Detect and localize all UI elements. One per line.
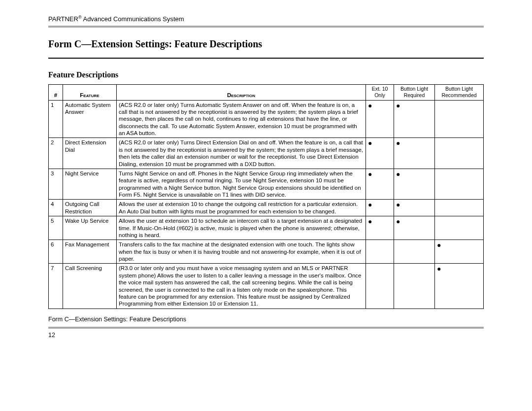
cell-num: 7 <box>49 264 63 308</box>
cell-feature: Outgoing Call Restriction <box>63 200 117 216</box>
cell-ext10: ● <box>366 216 394 240</box>
col-blrec: Button Light Recommended <box>435 85 484 100</box>
table-row: 5Wake Up ServiceAllows the user at exten… <box>49 216 484 240</box>
cell-description: Turns Night Service on and off. Phones i… <box>117 169 366 200</box>
col-blreq: Button Light Required <box>394 85 435 100</box>
cell-feature: Wake Up Service <box>63 216 117 240</box>
page-number: 12 <box>48 332 484 339</box>
cell-blrec: ● <box>435 264 484 308</box>
cell-ext10: ● <box>366 100 394 138</box>
cell-feature: Call Screening <box>63 264 117 308</box>
table-row: 4Outgoing Call RestrictionAllows the use… <box>49 200 484 216</box>
col-feature: Feature <box>63 85 117 100</box>
cell-description: (ACS R2.0 or later only) Turns Direct Ex… <box>117 138 366 169</box>
table-row: 7Call Screening(R3.0 or later only and y… <box>49 264 484 308</box>
section-heading: Feature Descriptions <box>48 70 484 79</box>
table-header-row: # Feature Description Ext. 10 Only Butto… <box>49 85 484 100</box>
cell-num: 1 <box>49 100 63 138</box>
cell-description: Allows the user at extension 10 to sched… <box>117 216 366 240</box>
col-num: # <box>49 85 63 100</box>
cell-blrec: ● <box>435 240 484 264</box>
cell-num: 2 <box>49 138 63 169</box>
cell-ext10: ● <box>366 138 394 169</box>
registered-icon: ® <box>78 15 82 20</box>
cell-blreq: ● <box>394 169 435 200</box>
bottom-rule <box>48 327 484 329</box>
cell-blrec <box>435 169 484 200</box>
cell-ext10: ● <box>366 200 394 216</box>
cell-feature: Automatic System Answer <box>63 100 117 138</box>
cell-num: 4 <box>49 200 63 216</box>
top-rule <box>48 26 484 28</box>
cell-blreq: ● <box>394 138 435 169</box>
cell-blreq: ● <box>394 100 435 138</box>
footer-title: Form C—Extension Settings: Feature Descr… <box>48 316 484 323</box>
page: PARTNER® Advanced Communications System … <box>0 0 532 411</box>
cell-ext10: ● <box>366 169 394 200</box>
col-desc: Description <box>117 85 366 100</box>
cell-blreq: ● <box>394 216 435 240</box>
cell-ext10 <box>366 240 394 264</box>
cell-num: 5 <box>49 216 63 240</box>
cell-description: Allows the user at extension 10 to chang… <box>117 200 366 216</box>
feature-table: # Feature Description Ext. 10 Only Butto… <box>48 84 484 308</box>
cell-blrec <box>435 100 484 138</box>
cell-blreq: ● <box>394 200 435 216</box>
cell-blreq <box>394 264 435 308</box>
cell-feature: Night Service <box>63 169 117 200</box>
cell-blrec <box>435 200 484 216</box>
cell-description: (R3.0 or later only and you must have a … <box>117 264 366 308</box>
page-title: Form C—Extension Settings: Feature Descr… <box>48 38 484 50</box>
cell-description: (ACS R2.0 or later only) Turns Automatic… <box>117 100 366 138</box>
running-header: PARTNER® Advanced Communications System <box>48 15 484 23</box>
cell-description: Transfers calls to the fax machine at th… <box>117 240 366 264</box>
table-row: 1Automatic System Answer(ACS R2.0 or lat… <box>49 100 484 138</box>
cell-blrec <box>435 138 484 169</box>
table-row: 2Direct Extension Dial(ACS R2.0 or later… <box>49 138 484 169</box>
cell-num: 6 <box>49 240 63 264</box>
table-row: 3Night ServiceTurns Night Service on and… <box>49 169 484 200</box>
cell-blrec <box>435 216 484 240</box>
table-row: 6Fax ManagementTransfers calls to the fa… <box>49 240 484 264</box>
cell-num: 3 <box>49 169 63 200</box>
cell-feature: Direct Extension Dial <box>63 138 117 169</box>
cell-ext10 <box>366 264 394 308</box>
cell-blreq <box>394 240 435 264</box>
cell-feature: Fax Management <box>63 240 117 264</box>
header-tail: Advanced Communications System <box>82 15 184 23</box>
title-rule <box>48 58 484 59</box>
header-brand: PARTNER <box>48 15 78 23</box>
col-ext10: Ext. 10 Only <box>366 85 394 100</box>
